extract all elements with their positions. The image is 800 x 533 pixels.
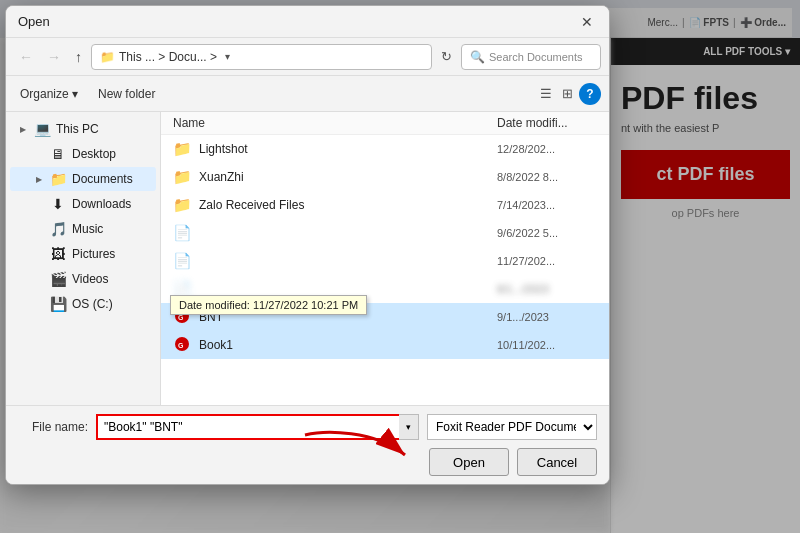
dialog-nav-toolbar: ← → ↑ 📁 This ... > Docu... > ▾ ↻ 🔍 Searc… [6, 38, 609, 76]
details-view-button[interactable]: ☰ [536, 84, 556, 103]
file-date-xuanzhi: 8/8/2022 8... [497, 171, 597, 183]
nav-item-desktop[interactable]: 🖥 Desktop [10, 142, 156, 166]
tooltip-text: Date modified: 11/27/2022 10:21 PM [179, 299, 358, 311]
file-item-lightshot[interactable]: 📁 Lightshot 12/28/202... [161, 135, 609, 163]
nav-label-downloads: Downloads [72, 197, 131, 211]
dialog-titlebar: Open ✕ [6, 6, 609, 38]
file-name-blurred [199, 282, 489, 296]
filename-input-wrapper: ▾ [96, 414, 419, 440]
file-tooltip: Date modified: 11/27/2022 10:21 PM [170, 295, 367, 315]
file-item-book1[interactable]: G Book1 10/11/202... [161, 331, 609, 359]
svg-text:G: G [178, 342, 184, 349]
nav-item-documents[interactable]: ▶ 📁 Documents [10, 167, 156, 191]
nav-label-documents: Documents [72, 172, 133, 186]
nav-item-music[interactable]: 🎵 Music [10, 217, 156, 241]
documents-folder-icon: 📁 [50, 171, 66, 187]
breadcrumb-bar[interactable]: 📁 This ... > Docu... > ▾ [91, 44, 432, 70]
file-date-unknown2: 11/27/202... [497, 255, 597, 267]
cancel-button[interactable]: Cancel [517, 448, 597, 476]
file-date-bnt: 9/1.../2023 [497, 311, 597, 323]
chevron-icon: ▶ [18, 125, 28, 134]
nav-item-pictures[interactable]: 🖼 Pictures [10, 242, 156, 266]
up-button[interactable]: ↑ [70, 46, 87, 68]
file-name-book1: Book1 [199, 338, 489, 352]
downloads-icon: ⬇ [50, 196, 66, 212]
folder-icon-xuanzhi: 📁 [173, 168, 191, 186]
filename-input[interactable] [96, 414, 419, 440]
file-list: 📁 Lightshot 12/28/202... 📁 XuanZhi 8/8/2… [161, 135, 609, 405]
desktop-icon: 🖥 [50, 146, 66, 162]
organize-button[interactable]: Organize ▾ [14, 84, 84, 104]
nav-label-os-c: OS (C:) [72, 297, 113, 311]
filename-dropdown-button[interactable]: ▾ [399, 414, 419, 440]
file-icon-unknown1: 📄 [173, 224, 191, 242]
nav-label-music: Music [72, 222, 103, 236]
nav-label-videos: Videos [72, 272, 108, 286]
file-date-blurred: 8/1.../2023 [497, 283, 597, 295]
open-file-dialog: Open ✕ ← → ↑ 📁 This ... > Docu... > ▾ ↻ … [5, 5, 610, 485]
nav-item-videos[interactable]: 🎬 Videos [10, 267, 156, 291]
filetype-select[interactable]: Foxit Reader PDF Document [427, 414, 597, 440]
file-item-unknown2[interactable]: 📄 11/27/202... [161, 247, 609, 275]
breadcrumb-expand[interactable]: ▾ [225, 51, 230, 62]
folder-icon-lightshot: 📁 [173, 140, 191, 158]
file-list-area: Name Date modifi... 📁 Lightshot 12/28/20… [161, 112, 609, 405]
file-name-xuanzhi: XuanZhi [199, 170, 489, 184]
large-icon-view-button[interactable]: ⊞ [558, 84, 577, 103]
nav-label-pictures: Pictures [72, 247, 115, 261]
dialog-bottom: File name: ▾ Foxit Reader PDF Document O… [6, 405, 609, 484]
dialog-body: ▶ 💻 This PC 🖥 Desktop ▶ 📁 Documents ⬇ [6, 112, 609, 405]
file-date-book1: 10/11/202... [497, 339, 597, 351]
search-icon: 🔍 [470, 50, 485, 64]
dialog-buttons-row: Open Cancel [18, 448, 597, 476]
music-icon: 🎵 [50, 221, 66, 237]
file-name-lightshot: Lightshot [199, 142, 489, 156]
file-date-zalo: 7/14/2023... [497, 199, 597, 211]
dialog-title: Open [18, 14, 50, 29]
open-button[interactable]: Open [429, 448, 509, 476]
filename-label: File name: [18, 420, 88, 434]
pictures-icon: 🖼 [50, 246, 66, 262]
breadcrumb-text: This ... > Docu... > [119, 50, 217, 64]
file-name-zalo: Zalo Received Files [199, 198, 489, 212]
file-item-unknown1[interactable]: 📄 9/6/2022 5... [161, 219, 609, 247]
nav-panel: ▶ 💻 This PC 🖥 Desktop ▶ 📁 Documents ⬇ [6, 112, 161, 405]
dialog-close-button[interactable]: ✕ [577, 12, 597, 32]
back-button[interactable]: ← [14, 46, 38, 68]
videos-icon: 🎬 [50, 271, 66, 287]
forward-button[interactable]: → [42, 46, 66, 68]
file-item-xuanzhi[interactable]: 📁 XuanZhi 8/8/2022 8... [161, 163, 609, 191]
nav-item-this-pc[interactable]: ▶ 💻 This PC [10, 117, 156, 141]
pdf-icon-book1: G [173, 336, 191, 355]
nav-label-this-pc: This PC [56, 122, 99, 136]
nav-item-os-c[interactable]: 💾 OS (C:) [10, 292, 156, 316]
new-folder-button[interactable]: New folder [90, 84, 163, 104]
chevron-icon: ▶ [34, 175, 44, 184]
view-buttons: ☰ ⊞ ? [536, 83, 601, 105]
file-date-lightshot: 12/28/202... [497, 143, 597, 155]
help-button[interactable]: ? [579, 83, 601, 105]
file-icon-unknown2: 📄 [173, 252, 191, 270]
nav-label-desktop: Desktop [72, 147, 116, 161]
filename-row: File name: ▾ Foxit Reader PDF Document [18, 414, 597, 440]
os-drive-icon: 💾 [50, 296, 66, 312]
folder-icon: 📁 [100, 50, 115, 64]
dialog-overlay: Open ✕ ← → ↑ 📁 This ... > Docu... > ▾ ↻ … [0, 0, 800, 533]
search-bar[interactable]: 🔍 Search Documents [461, 44, 601, 70]
file-date-unknown1: 9/6/2022 5... [497, 227, 597, 239]
file-item-zalo[interactable]: 📁 Zalo Received Files 7/14/2023... [161, 191, 609, 219]
file-list-header: Name Date modifi... [161, 112, 609, 135]
column-name-header: Name [173, 116, 497, 130]
nav-item-downloads[interactable]: ⬇ Downloads [10, 192, 156, 216]
search-placeholder: Search Documents [489, 51, 583, 63]
this-pc-icon: 💻 [34, 121, 50, 137]
dialog-actions-bar: Organize ▾ New folder ☰ ⊞ ? [6, 76, 609, 112]
column-date-header: Date modifi... [497, 116, 597, 130]
refresh-button[interactable]: ↻ [436, 46, 457, 67]
folder-icon-zalo: 📁 [173, 196, 191, 214]
